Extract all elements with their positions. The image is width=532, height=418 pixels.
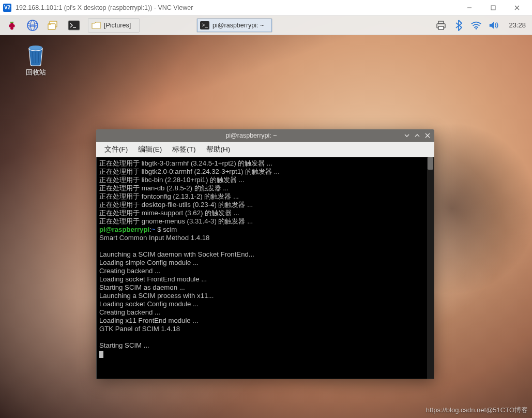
vnc-titlebar: V2 192.168.1.101:1 (pi's X desktop (rasp… (0, 0, 532, 16)
vnc-maximize-button[interactable] (481, 0, 505, 16)
system-tray: 23:28 (435, 20, 528, 31)
trash-icon (25, 42, 47, 66)
svg-rect-16 (438, 21, 444, 24)
close-icon (425, 133, 430, 138)
vnc-close-button[interactable] (505, 0, 529, 16)
raspberry-icon (6, 20, 18, 31)
raspberry-menu-button[interactable] (4, 18, 20, 33)
terminal-menubar: 文件(F) 编辑(E) 标签(T) 帮助(H) (96, 142, 434, 157)
folder-icon (92, 21, 101, 29)
chevron-up-icon (415, 133, 420, 138)
svg-rect-13 (68, 21, 80, 30)
desktop-panel: [Pictures] >_ pi@raspberrypi: ~ 23:28 (0, 16, 532, 35)
terminal-maximize-button[interactable] (414, 132, 421, 139)
taskbar-item-label: [Pictures] (104, 22, 131, 29)
vnc-app-icon: V2 (3, 4, 11, 12)
svg-rect-1 (491, 6, 495, 10)
taskbar-item-label: pi@raspberrypi: ~ (212, 22, 264, 29)
terminal-scroll-thumb[interactable] (428, 157, 433, 170)
close-icon (514, 5, 520, 10)
terminal-body[interactable]: 正在处理用于 libgtk-3-0:armhf (3.24.5-1+rpt2) … (96, 157, 434, 379)
terminal-minimize-button[interactable] (403, 132, 411, 139)
bluetooth-tray-icon[interactable] (453, 20, 464, 31)
menu-help[interactable]: 帮助(H) (201, 143, 236, 156)
terminal-titlebar[interactable]: pi@raspberrypi: ~ (96, 129, 434, 142)
menu-edit[interactable]: 编辑(E) (133, 143, 167, 156)
desktop-trash[interactable]: 回收站 (20, 42, 52, 77)
terminal-small-icon: >_ (200, 21, 209, 29)
terminal-close-button[interactable] (424, 132, 431, 139)
remote-desktop: [Pictures] >_ pi@raspberrypi: ~ 23:28 (0, 16, 532, 418)
terminal-cursor (99, 351, 103, 358)
watermark: https://blog.csdn.net@51CTO博客 (426, 406, 528, 415)
svg-point-6 (10, 26, 13, 29)
terminal-icon (68, 20, 80, 31)
vnc-title-text: 192.168.1.101:1 (pi's X desktop (raspber… (16, 4, 193, 11)
volume-tray-icon[interactable] (488, 20, 499, 31)
terminal-title-text: pi@raspberrypi: ~ (225, 132, 277, 139)
printer-tray-icon[interactable] (435, 20, 447, 31)
desktop-trash-label: 回收站 (20, 68, 52, 77)
minimize-icon (467, 5, 472, 10)
wifi-tray-icon[interactable] (470, 20, 482, 31)
svg-rect-17 (438, 26, 444, 29)
menu-file[interactable]: 文件(F) (99, 143, 133, 156)
chevron-down-icon (404, 133, 409, 138)
file-manager-button[interactable] (45, 18, 61, 33)
globe-icon (26, 19, 39, 32)
svg-point-18 (476, 27, 477, 29)
terminal-scrollbar[interactable] (427, 157, 434, 379)
taskbar-item-terminal[interactable]: >_ pi@raspberrypi: ~ (196, 18, 272, 33)
menu-tabs[interactable]: 标签(T) (167, 143, 201, 156)
terminal-window: pi@raspberrypi: ~ 文件(F) 编辑(E) 标签(T) 帮助(H… (96, 129, 434, 379)
terminal-launcher-button[interactable] (66, 18, 82, 33)
taskbar-item-pictures[interactable]: [Pictures] (88, 18, 140, 33)
vnc-minimize-button[interactable] (458, 0, 481, 16)
maximize-icon (491, 5, 496, 10)
web-browser-button[interactable] (25, 18, 40, 33)
folders-icon (47, 20, 59, 31)
svg-point-20 (29, 46, 42, 50)
panel-clock[interactable]: 23:28 (509, 21, 526, 29)
